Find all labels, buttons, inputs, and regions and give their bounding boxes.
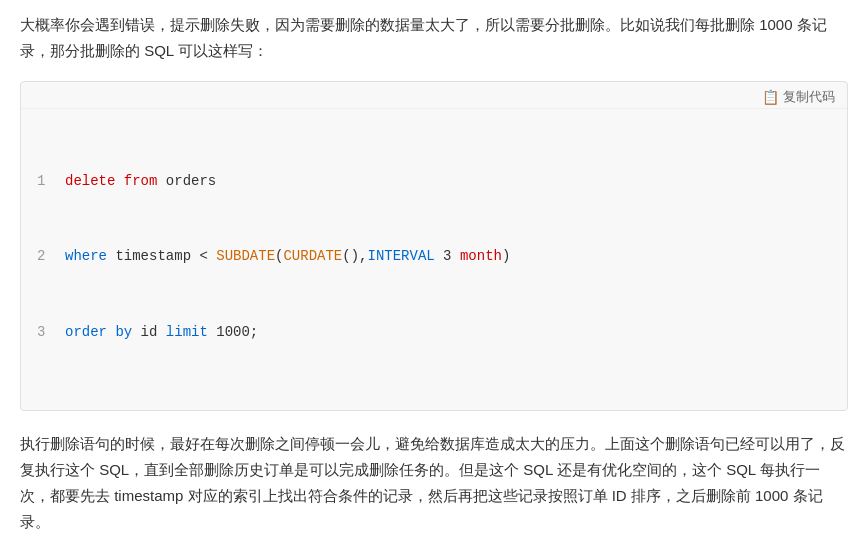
fn-subdate: SUBDATE <box>216 248 275 264</box>
copy-button-label: 复制代码 <box>783 88 835 106</box>
kw-delete: delete from <box>65 173 157 189</box>
line-num-2: 2 <box>37 244 57 269</box>
table-name: orders <box>157 173 216 189</box>
copy-btn-row: 📋 复制代码 <box>21 82 847 109</box>
interval-val: 3 <box>435 248 460 264</box>
order-clause: id <box>132 324 166 340</box>
copy-code-button[interactable]: 📋 复制代码 <box>762 88 835 106</box>
kw-interval: INTERVAL <box>367 248 434 264</box>
where-clause-plain: timestamp < <box>107 248 216 264</box>
kw-where: where <box>65 248 107 264</box>
code-block-container: 📋 复制代码 1delete from orders 2where timest… <box>20 81 848 411</box>
paren-close: ) <box>502 248 510 264</box>
kw-limit: limit <box>166 324 208 340</box>
kw-order: order by <box>65 324 132 340</box>
line-num-1: 1 <box>37 169 57 194</box>
fn-curdate: CURDATE <box>283 248 342 264</box>
line-num-3: 3 <box>37 320 57 345</box>
code-content: 1delete from orders 2where timestamp < S… <box>21 109 847 410</box>
code-line-1: 1delete from orders <box>37 169 831 194</box>
curdate-parens: (), <box>342 248 367 264</box>
code-line-3: 3order by id limit 1000; <box>37 320 831 345</box>
intro-paragraph: 大概率你会遇到错误，提示删除失败，因为需要删除的数据量太大了，所以需要分批删除。… <box>20 12 848 65</box>
copy-icon: 📋 <box>762 89 779 105</box>
code-line-2: 2where timestamp < SUBDATE(CURDATE(),INT… <box>37 244 831 269</box>
limit-val: 1000; <box>208 324 258 340</box>
after-code-paragraph: 执行删除语句的时候，最好在每次删除之间停顿一会儿，避免给数据库造成太大的压力。上… <box>20 431 848 536</box>
kw-month: month <box>460 248 502 264</box>
